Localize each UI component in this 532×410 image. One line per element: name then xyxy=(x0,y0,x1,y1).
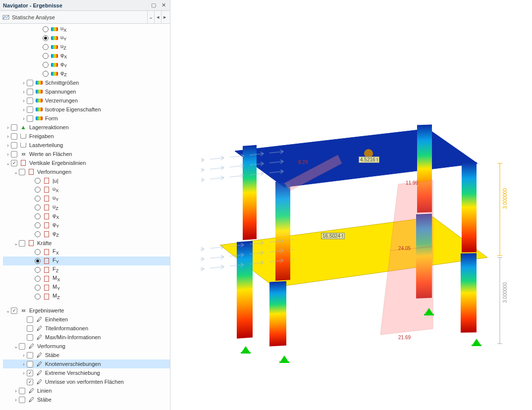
model-viewport[interactable]: 4.5216 t 16.5024 t 11.99 24.05 21.69 8.2… xyxy=(170,0,532,410)
prev-analysis[interactable]: ◂ xyxy=(154,11,161,23)
checkbox[interactable] xyxy=(11,151,17,157)
result-tree-scroll[interactable]: uXuYuZφXφYφZ›Schnittgrößen›Spannungen›Ve… xyxy=(0,24,170,410)
twist-icon[interactable]: › xyxy=(21,89,27,95)
tree-item-f-[interactable]: FX xyxy=(3,248,170,256)
radio[interactable] xyxy=(43,35,49,41)
checkbox[interactable] xyxy=(27,89,33,95)
tree-item-spannungen[interactable]: ›Spannungen xyxy=(3,87,170,96)
tree-item--z[interactable]: φZ xyxy=(3,230,170,239)
radio[interactable] xyxy=(43,26,49,32)
radio[interactable] xyxy=(35,178,41,184)
tree-item-schnittgr-en[interactable]: ›Schnittgrößen xyxy=(3,78,170,87)
tree-item-lastverteilung[interactable]: ›Lastverteilung xyxy=(3,141,170,150)
radio[interactable] xyxy=(35,258,41,264)
radio[interactable] xyxy=(43,71,49,77)
tree-item-max-min-informationen[interactable]: 🖊Max/Min-Informationen xyxy=(3,333,170,342)
checkbox[interactable] xyxy=(27,98,33,104)
tree-item-verformung[interactable]: ⌄🖊Verformung xyxy=(3,342,170,351)
tree-item-vertikale-ergebnislinien[interactable]: ⌄Vertikale Ergebnislinien xyxy=(3,158,170,167)
checkbox[interactable] xyxy=(19,343,25,350)
tree-item-u-[interactable]: uX xyxy=(3,185,170,194)
twist-icon[interactable]: ⌄ xyxy=(13,241,19,246)
twist-icon[interactable]: › xyxy=(5,125,11,130)
tree-item-ergebniswerte[interactable]: ⌄xxErgebniswerte xyxy=(3,306,170,315)
checkbox[interactable] xyxy=(27,334,33,341)
tree-item-m-[interactable]: MY xyxy=(3,283,170,292)
checkbox[interactable] xyxy=(19,169,25,175)
next-analysis[interactable]: ▸ xyxy=(161,11,168,23)
radio[interactable] xyxy=(35,222,41,228)
tree-item-linien[interactable]: ›🖊Linien xyxy=(3,386,170,395)
tree-item-einheiten[interactable]: 🖊Einheiten xyxy=(3,315,170,324)
checkbox[interactable] xyxy=(27,379,33,385)
twist-icon[interactable]: › xyxy=(21,116,27,121)
radio[interactable] xyxy=(35,294,41,300)
tree-item-u-z[interactable]: uZ xyxy=(3,203,170,212)
tree-item--[interactable]: φX xyxy=(3,212,170,221)
checkbox[interactable] xyxy=(27,115,33,122)
radio[interactable] xyxy=(43,62,49,68)
undock-icon[interactable]: ▢ xyxy=(150,2,157,8)
checkbox[interactable] xyxy=(27,80,33,86)
tree-item-freigaben[interactable]: ›Freigaben xyxy=(3,132,170,141)
checkbox[interactable] xyxy=(19,397,25,403)
tree-item--[interactable]: φY xyxy=(3,60,170,69)
tree-item-lagerreaktionen[interactable]: ›▲Lagerreaktionen xyxy=(3,123,170,132)
tree-item-werte-an-fl-chen[interactable]: ›xxWerte an Flächen xyxy=(3,150,170,158)
radio[interactable] xyxy=(43,53,49,59)
checkbox[interactable] xyxy=(27,352,33,359)
radio[interactable] xyxy=(35,196,41,202)
tree-item-f-z[interactable]: FZ xyxy=(3,265,170,274)
radio[interactable] xyxy=(35,267,41,273)
tree-item--u-[interactable]: |u| xyxy=(3,176,170,185)
tree-item-m-[interactable]: MX xyxy=(3,274,170,283)
tree-item-form[interactable]: ›Form xyxy=(3,114,170,123)
radio[interactable] xyxy=(35,276,41,282)
twist-icon[interactable]: › xyxy=(5,134,11,139)
tree-item--z[interactable]: φZ xyxy=(3,69,170,78)
radio[interactable] xyxy=(43,44,49,50)
tree-item-isotrope-eigenschaften[interactable]: ›Isotrope Eigenschaften xyxy=(3,105,170,114)
radio[interactable] xyxy=(35,249,41,255)
tree-item--[interactable]: φY xyxy=(3,221,170,230)
twist-icon[interactable]: › xyxy=(21,107,27,112)
tree-item-knotenverschiebungen[interactable]: ›🖊Knotenverschiebungen xyxy=(3,359,170,368)
tree-item-u-[interactable]: uX xyxy=(3,25,170,34)
twist-icon[interactable]: › xyxy=(21,361,27,367)
twist-icon[interactable]: › xyxy=(5,143,11,148)
checkbox[interactable] xyxy=(19,240,25,247)
tree-item-m-z[interactable]: MZ xyxy=(3,292,170,301)
tree-item-verformungen[interactable]: ⌄Verformungen xyxy=(3,167,170,176)
analysis-type-dropdown[interactable]: Statische Analyse ⌄ ◂ ▸ xyxy=(0,11,170,24)
tree-item-u-[interactable]: uY xyxy=(3,194,170,203)
twist-icon[interactable]: ⌄ xyxy=(13,169,19,175)
twist-icon[interactable]: › xyxy=(21,353,27,358)
twist-icon[interactable]: › xyxy=(5,152,11,157)
checkbox[interactable] xyxy=(27,316,33,323)
tree-item-st-be[interactable]: ›🖊Stäbe xyxy=(3,395,170,404)
radio[interactable] xyxy=(35,205,41,210)
tree-item-f-[interactable]: FY xyxy=(3,256,170,265)
checkbox[interactable] xyxy=(27,325,33,332)
tree-item-umrisse-von-verformten-fl-chen[interactable]: 🖊Umrisse von verformten Flächen xyxy=(3,377,170,386)
twist-icon[interactable]: ⌄ xyxy=(13,344,19,349)
tree-item--[interactable]: φX xyxy=(3,51,170,60)
tree-item-u-[interactable]: uY xyxy=(3,34,170,43)
dropdown-caret[interactable]: ⌄ xyxy=(147,11,154,23)
checkbox[interactable] xyxy=(11,142,17,149)
checkbox[interactable] xyxy=(19,388,25,394)
checkbox[interactable] xyxy=(27,106,33,113)
tree-item-extreme-verschiebung[interactable]: ›🖊Extreme Verschiebung xyxy=(3,368,170,377)
tree-item-u-z[interactable]: uZ xyxy=(3,43,170,51)
twist-icon[interactable]: › xyxy=(13,397,19,403)
checkbox[interactable] xyxy=(11,160,17,166)
twist-icon[interactable]: › xyxy=(21,80,27,86)
checkbox[interactable] xyxy=(11,308,17,314)
radio[interactable] xyxy=(35,213,41,219)
tree-item-titelinformationen[interactable]: 🖊Titelinformationen xyxy=(3,324,170,333)
radio[interactable] xyxy=(35,187,41,193)
checkbox[interactable] xyxy=(11,124,17,131)
twist-icon[interactable]: ⌄ xyxy=(5,308,11,313)
twist-icon[interactable]: › xyxy=(21,98,27,103)
tree-item-kr-fte[interactable]: ⌄Kräfte xyxy=(3,239,170,248)
